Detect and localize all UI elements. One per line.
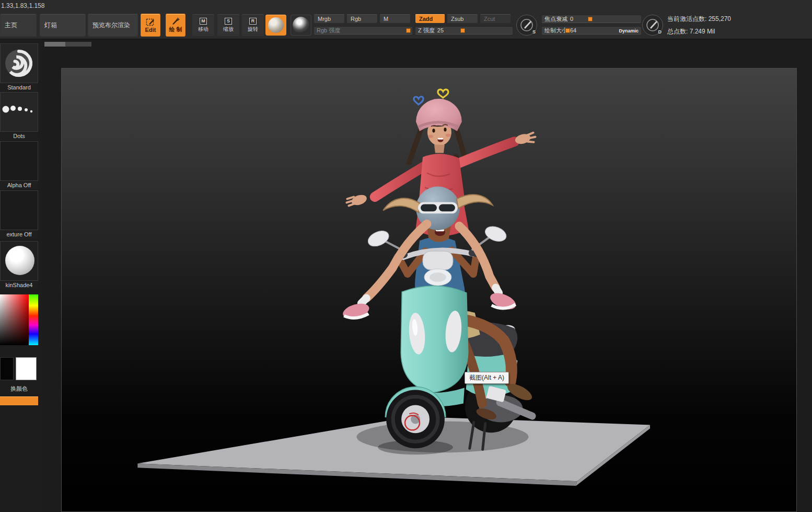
move-icon: M — [200, 18, 207, 25]
dynamic-draw-size-button[interactable]: D — [642, 15, 663, 36]
matcap-material-button[interactable] — [291, 15, 311, 36]
zadd-label: Zadd — [419, 16, 433, 22]
zbrush-window: 1.33,1.83,1.158 主页 灯箱 预览布尔渲染 Edit 绘 制 M — [0, 0, 812, 512]
material-sphere-icon — [268, 17, 284, 33]
draw-size-label: 绘制大小 — [544, 27, 567, 35]
rgb-toggle[interactable]: Rgb — [347, 14, 377, 23]
draw-brush-icon — [171, 17, 180, 26]
zsub-label: Zsub — [451, 16, 463, 22]
active-points-stat: 当前激活点数: 255,270 — [667, 15, 731, 24]
rotate-button[interactable]: R 旋转 — [242, 14, 264, 36]
edit-button[interactable]: Edit — [141, 14, 160, 37]
z-intensity-slider[interactable]: Z 强度 25 — [415, 26, 513, 35]
dynamic-mode-label: Dynamic — [619, 28, 639, 33]
rgb-intensity-slider[interactable]: Rgb 强度 — [314, 26, 412, 35]
mrgb-toggle[interactable]: Mrgb — [314, 14, 344, 23]
current-material-button[interactable] — [265, 15, 286, 36]
left-tool-shelf: Standard Dots Alpha Off exture Off — [0, 39, 42, 512]
focal-shift-slider[interactable]: 焦点衰减 0 — [542, 15, 641, 23]
top-toolbar: 1.33,1.83,1.158 主页 灯箱 预览布尔渲染 Edit 绘 制 M — [0, 0, 812, 39]
viewport-3d-scene[interactable] — [62, 69, 796, 511]
stroke-selector[interactable]: Dots — [0, 92, 38, 140]
standard-brush-icon — [1, 44, 38, 83]
mrgb-label: Mrgb — [318, 16, 331, 22]
dynamic-badge: D — [658, 29, 662, 35]
lightbox-label: 灯箱 — [44, 21, 57, 30]
draw-label: 绘 制 — [169, 26, 182, 33]
rgb-label: Rgb — [351, 16, 361, 22]
color-picker[interactable] — [0, 294, 38, 345]
scale-button[interactable]: S 缩放 — [217, 14, 239, 36]
preview-boolean-render-button[interactable]: 预览布尔渲染 — [88, 14, 138, 37]
scrollbar-track — [65, 42, 91, 47]
switch-color-label: 换颜色 — [0, 384, 38, 393]
focal-shift-label: 焦点衰减 — [544, 15, 567, 23]
edit-icon — [146, 18, 155, 27]
hue-strip[interactable] — [29, 294, 38, 345]
zsub-toggle[interactable]: Zsub — [447, 14, 478, 23]
draw-size-slider[interactable]: 绘制大小 64 Dynamic — [542, 26, 641, 35]
scale-label: 缩放 — [223, 26, 234, 33]
screenshot-tooltip: 截图(Alt + A) — [465, 372, 509, 384]
sculptris-badge: S — [532, 29, 536, 35]
preview-boolean-label: 预览布尔渲染 — [92, 21, 130, 30]
draw-button[interactable]: 绘 制 — [166, 14, 185, 37]
heart-decoration-icon — [438, 89, 448, 98]
material-name-label: kinShade4 — [0, 281, 38, 289]
z-intensity-value: 25 — [437, 27, 444, 33]
stroke-name-label: Dots — [0, 132, 38, 140]
dots-stroke-icon — [1, 93, 38, 131]
matcap-sphere-icon — [293, 17, 309, 33]
blue-decoration-icon — [414, 97, 423, 105]
draw-size-value: 64 — [570, 27, 576, 33]
edit-label: Edit — [145, 27, 156, 33]
total-points-stat: 总点数: 7.249 Mil — [667, 27, 715, 36]
zcut-toggle[interactable]: Zcut — [480, 14, 511, 23]
material-selector[interactable]: kinShade4 — [0, 241, 38, 289]
brush-name-label: Standard — [0, 83, 38, 92]
canvas-scrollbar[interactable] — [44, 42, 91, 47]
zcut-label: Zcut — [484, 16, 495, 22]
texture-name-label: exture Off — [0, 230, 38, 238]
z-intensity-label: Z 强度 — [418, 27, 435, 35]
switch-color-button[interactable] — [0, 396, 38, 405]
m-label: M — [384, 16, 388, 22]
tab-home[interactable]: 主页 — [0, 14, 37, 37]
sculpt-canvas[interactable]: 截图(Alt + A) — [61, 68, 797, 512]
coordinate-readout: 1.33,1.83,1.158 — [1, 2, 44, 9]
m-toggle[interactable]: M — [380, 14, 410, 23]
rgb-intensity-label: Rgb 强度 — [317, 27, 340, 35]
helmet-horn-right — [457, 195, 493, 208]
alpha-selector[interactable]: Alpha Off — [0, 141, 38, 189]
rotate-icon: R — [249, 18, 257, 25]
focal-shift-value: 0 — [570, 16, 573, 22]
sculptris-pro-button[interactable]: S — [516, 15, 537, 36]
texture-selector[interactable]: exture Off — [0, 190, 38, 238]
secondary-color-swatch[interactable] — [16, 357, 37, 380]
helmet-horn-left — [383, 198, 420, 212]
lightbox-button[interactable]: 灯箱 — [40, 14, 86, 37]
move-label: 移动 — [198, 26, 208, 33]
tab-home-label: 主页 — [5, 21, 17, 30]
z-intensity-thumb[interactable] — [460, 28, 465, 33]
zadd-toggle[interactable]: Zadd — [415, 14, 445, 23]
draw-size-thumb[interactable] — [565, 28, 570, 33]
alpha-name-label: Alpha Off — [0, 181, 38, 189]
skinshade-sphere-icon — [5, 246, 34, 275]
rotate-label: 旋转 — [248, 26, 258, 33]
scrollbar-thumb[interactable] — [44, 42, 65, 47]
scale-icon: S — [225, 18, 232, 25]
rgb-intensity-thumb[interactable] — [406, 28, 411, 33]
main-color-swatch[interactable] — [0, 357, 14, 380]
color-swatches — [0, 357, 38, 380]
move-button[interactable]: M 移动 — [192, 14, 214, 36]
saturation-value-square[interactable] — [0, 294, 29, 345]
focal-shift-thumb[interactable] — [588, 17, 593, 21]
brush-selector[interactable]: Standard — [0, 43, 38, 92]
